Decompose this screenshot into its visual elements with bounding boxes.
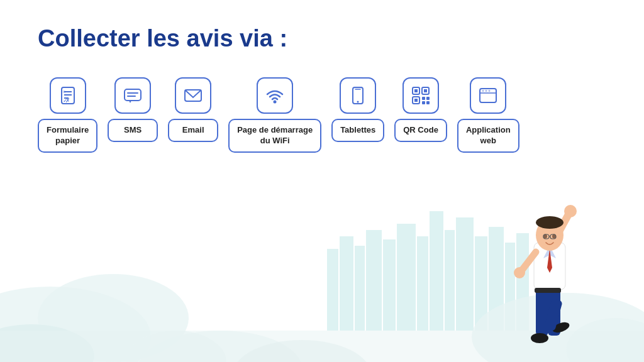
svg-rect-4	[383, 239, 396, 331]
svg-rect-7	[430, 211, 443, 331]
svg-rect-6	[417, 236, 428, 331]
svg-rect-48	[426, 101, 430, 104]
icon-webapp	[470, 77, 506, 114]
icon-document: ✓ ✗	[50, 77, 86, 114]
svg-rect-44	[414, 99, 418, 102]
svg-point-52	[486, 90, 487, 92]
card-page-demarrage-wifi: Page de démarrage du WiFi	[228, 77, 321, 153]
cards-container: ✓ ✗ Formulaire papier SMS Email Page de …	[38, 77, 606, 153]
svg-rect-40	[414, 89, 418, 92]
label-application-web: Application web	[457, 119, 519, 153]
card-qr-code: QR Code	[394, 77, 447, 142]
svg-point-60	[514, 267, 525, 278]
card-sms: SMS	[108, 77, 158, 142]
svg-rect-42	[424, 89, 427, 92]
svg-rect-27	[63, 90, 65, 93]
label-sms: SMS	[108, 119, 158, 142]
svg-point-71	[531, 333, 548, 343]
svg-rect-2	[355, 246, 365, 331]
svg-rect-45	[422, 97, 425, 100]
svg-marker-33	[129, 101, 131, 103]
icon-qrcode	[402, 77, 439, 114]
svg-rect-3	[366, 230, 382, 331]
svg-point-53	[489, 90, 491, 92]
card-email: Email	[168, 77, 218, 142]
man-illustration	[480, 167, 606, 362]
svg-rect-5	[397, 224, 416, 331]
label-tablettes: Tablettes	[331, 119, 384, 142]
label-formulaire-papier: Formulaire papier	[38, 119, 97, 153]
svg-rect-47	[422, 101, 425, 104]
icon-wifi	[257, 77, 293, 114]
svg-point-35	[274, 101, 277, 104]
page-title: Collecter les avis via :	[38, 25, 606, 52]
svg-rect-1	[340, 236, 353, 331]
svg-rect-9	[456, 217, 474, 331]
svg-rect-46	[426, 97, 430, 100]
svg-rect-30	[125, 89, 141, 101]
icon-sms	[114, 77, 151, 114]
svg-rect-8	[445, 230, 455, 331]
svg-text:✗: ✗	[65, 97, 70, 104]
svg-point-55	[564, 205, 577, 217]
label-page-demarrage-wifi: Page de démarrage du WiFi	[228, 119, 321, 153]
label-email: Email	[168, 119, 218, 142]
card-application-web: Application web	[457, 77, 519, 153]
card-tablettes: Tablettes	[331, 77, 384, 142]
icon-tablet	[340, 77, 376, 114]
label-qr-code: QR Code	[394, 119, 447, 142]
svg-rect-70	[535, 288, 561, 293]
icon-email	[175, 77, 211, 114]
svg-rect-0	[327, 249, 338, 331]
svg-point-51	[482, 90, 484, 92]
svg-point-37	[357, 101, 359, 103]
card-formulaire-papier: ✓ ✗ Formulaire papier	[38, 77, 97, 153]
svg-point-62	[536, 216, 564, 229]
